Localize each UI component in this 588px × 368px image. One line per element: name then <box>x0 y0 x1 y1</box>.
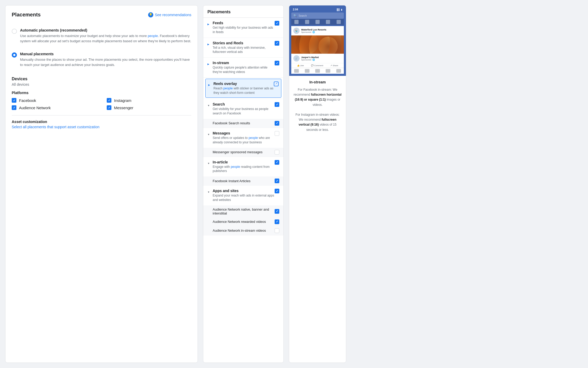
instream-checkbox[interactable] <box>275 61 279 65</box>
stories-desc: Tell a rich, visual story with immersive… <box>213 46 275 54</box>
feed-card: 🏪 Waterford Lux Resorts Sponsored ·🌐 🛒 J… <box>291 26 344 68</box>
fb-instant-articles-checkbox[interactable] <box>275 179 279 183</box>
share-action[interactable]: ↗ Share <box>330 64 338 67</box>
phone-search-bar[interactable]: 🔍 Search <box>291 13 344 19</box>
phone-search-placeholder: Search <box>299 14 307 17</box>
people-link-auto[interactable]: people <box>148 34 158 38</box>
placement-group-apps-sites: Apps and sites Expand your reach with ad… <box>203 186 283 235</box>
feeds-header[interactable]: Feeds Get high visibility for your busin… <box>203 18 283 38</box>
in-article-header[interactable]: In-article Engage with people reading co… <box>203 157 283 177</box>
nav-tab-3 <box>315 20 320 24</box>
fb-search-results-label: Facebook Search results <box>213 121 250 125</box>
comment-action[interactable]: 💬 Comment <box>311 64 323 67</box>
apps-sites-expand-icon[interactable] <box>207 189 211 193</box>
see-recommendations-button[interactable]: 💡 See recommendations <box>148 12 191 17</box>
nav-tab-2 <box>305 20 309 24</box>
messages-people-link[interactable]: people <box>249 136 258 140</box>
right-panel: 2:04 ▌▌ ▮ 🔍 Search 🏪 Waterford Lux Resor… <box>289 5 346 363</box>
phone-preview: 2:04 ▌▌ ▮ 🔍 Search 🏪 Waterford Lux Resor… <box>289 5 346 76</box>
apps-sites-subitem-native[interactable]: Audience Network native, banner and inte… <box>203 205 283 217</box>
apps-sites-subitem-rewarded[interactable]: Audience Network rewarded videos <box>203 217 283 226</box>
like-action[interactable]: 👍 Like <box>297 64 304 67</box>
search-info: Search Get visibility for your business … <box>213 102 275 116</box>
messenger-sponsored-checkbox[interactable] <box>275 150 279 155</box>
placement-group-reels-overlay: Reels overlay Reach people with sticker … <box>203 79 283 99</box>
phone-nav-tabs <box>291 19 344 25</box>
messages-subitem-sponsored[interactable]: Messenger sponsored messages <box>203 148 283 157</box>
bottom-nav-4[interactable] <box>326 69 330 73</box>
reels-overlay-checkbox[interactable] <box>274 82 279 86</box>
in-article-people-link[interactable]: people <box>231 165 240 169</box>
messages-info: Messages Send offers or updates to peopl… <box>213 131 275 145</box>
signal-icon: ▌▌ <box>337 8 340 11</box>
in-article-subitem-instant[interactable]: Facebook Instant Articles <box>203 176 283 185</box>
bottom-nav-2[interactable] <box>305 69 309 73</box>
bottom-nav-3[interactable] <box>315 69 320 73</box>
phone-search-icon: 🔍 <box>293 14 297 17</box>
stories-expand-icon[interactable] <box>207 42 211 45</box>
search-expand-icon[interactable] <box>207 103 211 106</box>
instream-left: In-stream Quickly capture people's atten… <box>207 61 275 74</box>
platform-instagram[interactable]: Instagram <box>107 98 191 103</box>
apps-sites-desc: Expand your reach with ads in external a… <box>213 193 275 202</box>
apps-sites-subitem-instream[interactable]: Audience Network in-stream videos <box>203 226 283 235</box>
in-article-checkbox[interactable] <box>275 160 279 165</box>
stories-header[interactable]: Stories and Reels Tell a rich, visual st… <box>203 38 283 58</box>
phone-status-bar: 2:04 ▌▌ ▮ <box>291 8 344 11</box>
feeds-checkbox[interactable] <box>275 21 279 26</box>
reels-people-link[interactable]: people <box>223 87 233 90</box>
bottom-nav-5[interactable] <box>336 69 341 73</box>
feed-username: Waterford Lux Resorts <box>301 28 342 31</box>
asset-customization-link[interactable]: Select all placements that support asset… <box>12 125 99 129</box>
facebook-label: Facebook <box>19 98 36 103</box>
instream-expand-icon[interactable] <box>207 62 211 65</box>
feed-image-overlay <box>291 35 344 54</box>
placement-group-instream: In-stream Quickly capture people's atten… <box>203 58 283 78</box>
devices-value: All devices <box>12 82 191 87</box>
feeds-expand-icon[interactable] <box>207 22 211 25</box>
messenger-checkbox[interactable] <box>107 105 111 110</box>
messages-checkbox[interactable] <box>275 131 279 136</box>
feed-sponsored-info: 🛒 Jasper's Market Sponsored ·🌐 <box>291 54 344 63</box>
manual-placements-radio[interactable] <box>12 52 17 58</box>
auto-placements-desc: Use automatic placements to maximize you… <box>20 33 191 44</box>
apps-sites-name: Apps and sites <box>213 189 275 193</box>
facebook-checkbox[interactable] <box>12 98 16 103</box>
placement-group-in-article: In-article Engage with people reading co… <box>203 157 283 186</box>
feed-actions: 👍 Like 💬 Comment ↗ Share <box>291 63 344 68</box>
instream-header[interactable]: In-stream Quickly capture people's atten… <box>203 58 283 77</box>
auto-placements-info: Automatic placements (recommended) Use a… <box>20 28 191 44</box>
search-subitem-fb-results[interactable]: Facebook Search results <box>203 119 283 128</box>
platform-messenger[interactable]: Messenger <box>107 105 191 110</box>
an-instream-checkbox[interactable] <box>275 228 279 233</box>
reels-overlay-header[interactable]: Reels overlay Reach people with sticker … <box>205 79 281 98</box>
feed-meta: Sponsored ·🌐 <box>301 31 342 33</box>
apps-sites-checkbox[interactable] <box>275 189 279 193</box>
manual-placements-option[interactable]: Manual placements Manually choose the pl… <box>12 48 191 71</box>
phone-bottom-nav <box>291 68 344 74</box>
an-rewarded-checkbox[interactable] <box>275 219 279 224</box>
instagram-checkbox[interactable] <box>107 98 111 103</box>
messages-left: Messages Send offers or updates to peopl… <box>207 131 275 145</box>
manual-placements-info: Manual placements Manually choose the pl… <box>20 52 191 67</box>
messages-expand-icon[interactable] <box>207 132 211 135</box>
in-article-expand-icon[interactable] <box>207 161 211 164</box>
search-checkbox[interactable] <box>275 102 279 107</box>
messages-header[interactable]: Messages Send offers or updates to peopl… <box>203 128 283 148</box>
reels-overlay-expand-icon[interactable] <box>208 82 211 85</box>
platform-audience-network[interactable]: Audience Network <box>12 105 96 110</box>
bottom-nav-1[interactable] <box>294 69 299 73</box>
devices-label: Devices <box>12 77 191 81</box>
auto-placements-option[interactable]: Automatic placements (recommended) Use a… <box>12 24 191 48</box>
an-native-checkbox[interactable] <box>275 209 279 214</box>
fb-search-results-checkbox[interactable] <box>275 121 279 126</box>
platform-facebook[interactable]: Facebook <box>12 98 96 103</box>
audience-network-checkbox[interactable] <box>12 105 16 110</box>
middle-title: Placements <box>203 5 283 18</box>
asset-title: Asset customization <box>12 120 191 124</box>
auto-placements-radio[interactable] <box>12 29 17 34</box>
apps-sites-header[interactable]: Apps and sites Expand your reach with ad… <box>203 186 283 205</box>
feed-avatar: 🏪 <box>293 28 300 34</box>
stories-checkbox[interactable] <box>275 41 279 46</box>
search-header[interactable]: Search Get visibility for your business … <box>203 99 283 119</box>
